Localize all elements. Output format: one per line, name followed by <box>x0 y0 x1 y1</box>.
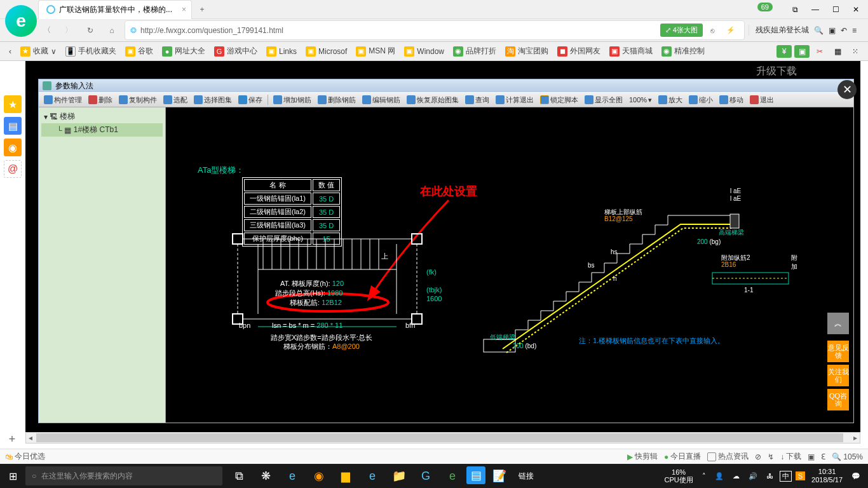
weibo-widget-icon[interactable]: ◉ <box>4 139 22 156</box>
window-minimize-icon[interactable]: — <box>806 2 825 17</box>
task-link[interactable]: 链接 <box>513 464 539 488</box>
window-restore-icon[interactable]: ⧉ <box>785 2 804 17</box>
multi-window-icon[interactable]: ▣ <box>829 26 836 35</box>
status-app-icon[interactable]: ▣ <box>808 452 815 461</box>
tray-onedrive-icon[interactable]: ☁ <box>730 472 742 480</box>
tb-zoom-in[interactable]: 放大 <box>656 94 685 106</box>
bookmark-item[interactable]: ▣MSN 网 <box>352 44 399 58</box>
back-to-top-button[interactable]: ︽ <box>827 313 849 334</box>
enlarge-button[interactable]: ⤢ 4张大图 <box>660 24 703 37</box>
tree-child[interactable]: └ ▦ 1#楼梯 CTb1 <box>41 123 163 137</box>
tb-component-mgr[interactable]: 构件管理 <box>41 94 85 106</box>
app-fan-icon[interactable]: ❋ <box>253 464 278 488</box>
tb-save[interactable]: 保存 <box>236 94 265 106</box>
tb-del-rebar[interactable]: 删除钢筋 <box>315 94 358 106</box>
app-explorer-icon[interactable]: ▆ <box>333 464 358 488</box>
app-edge-icon[interactable]: e <box>280 464 305 488</box>
tb-add-rebar[interactable]: 增加钢筋 <box>271 94 314 106</box>
bookmark-item[interactable]: 📱手机收藏夹 <box>62 44 120 58</box>
tb-query[interactable]: 查询 <box>463 94 492 106</box>
tray-notification-icon[interactable]: 💬 <box>849 472 863 480</box>
ext-shield-icon[interactable]: ¥ <box>776 45 792 58</box>
status-download[interactable]: ↓ 下载 <box>780 451 801 462</box>
new-tab-bottom-button[interactable]: + <box>5 432 19 446</box>
bookmark-item[interactable]: ◼外国网友 <box>553 44 604 58</box>
bookmark-item[interactable]: ◉品牌打折 <box>449 44 500 58</box>
status-live[interactable]: ●今日直播 <box>664 451 701 462</box>
tb-zoom-pct[interactable]: 100% ▾ <box>627 95 654 105</box>
browser-tab[interactable]: 广联达钢筋算量软件中，楼梯的... × <box>38 0 192 19</box>
side-title[interactable]: 残疾姐弟登长城 🔍 ▣ ↶ ≡ <box>749 25 863 36</box>
ext-apps-icon[interactable]: ⁙ <box>848 45 863 58</box>
menu-icon[interactable]: ≡ <box>852 26 857 35</box>
app-blue-icon[interactable]: ▤ <box>466 466 485 484</box>
bookmark-item[interactable]: ◉精准控制 <box>658 44 709 58</box>
bookmark-fav[interactable]: ★收藏 ∨ <box>17 44 60 58</box>
home-button[interactable]: ⌂ <box>103 22 121 39</box>
app-ie-icon[interactable]: e <box>360 464 385 488</box>
bookmark-item[interactable]: ▣谷歌 <box>121 44 157 58</box>
ext-calendar-icon[interactable]: ▦ <box>830 45 845 58</box>
status-sync-icon[interactable]: ↯ <box>768 452 774 461</box>
bookmark-item[interactable]: 淘淘宝团购 <box>501 44 552 58</box>
window-close-icon[interactable]: ✕ <box>846 2 865 17</box>
app-firefox-icon[interactable]: ◉ <box>306 464 332 488</box>
reload-button[interactable]: ↻ <box>81 22 99 39</box>
undo-icon[interactable]: ↶ <box>841 26 847 35</box>
tree-root[interactable]: ▾ 🏗 楼梯 <box>41 110 163 123</box>
tb-edit-rebar[interactable]: 编辑钢筋 <box>360 94 403 106</box>
app-folder-icon[interactable]: 📁 <box>386 464 412 488</box>
cpu-meter[interactable]: 16%CPU使用 <box>661 468 695 484</box>
at-widget-icon[interactable]: @ <box>4 160 22 178</box>
app-e360-icon[interactable]: e <box>440 464 465 488</box>
tb-exit[interactable]: 退出 <box>747 94 776 106</box>
status-quickcut[interactable]: ▶快剪辑 <box>627 451 658 462</box>
taskbar-search[interactable]: ○ 在这里输入你要搜索的内容 <box>25 466 222 485</box>
bookmark-item[interactable]: ▣Links <box>262 44 301 58</box>
qq-button[interactable]: QQ咨询 <box>827 389 849 410</box>
tray-user-icon[interactable]: 👤 <box>712 472 726 480</box>
tb-lock-script[interactable]: 锁定脚本 <box>538 94 581 106</box>
tray-ime-mode[interactable]: 中 <box>780 471 792 482</box>
ext-green-icon[interactable]: ▣ <box>794 45 810 58</box>
bolt-icon[interactable]: ⚡ <box>722 24 739 36</box>
follow-button[interactable]: 关注我们 <box>827 365 849 386</box>
window-maximize-icon[interactable]: ☐ <box>826 2 845 17</box>
drawing-canvas[interactable]: ATa型楼梯： 名 称数 值 一级钢筋锚固(la1)35 D 二级钢筋锚固(la… <box>166 107 853 423</box>
status-proxy-icon[interactable]: ℇ <box>821 452 825 461</box>
tb-zoom-out[interactable]: 缩小 <box>686 94 715 106</box>
tray-network-icon[interactable]: 🖧 <box>764 472 776 480</box>
bookmark-chevron[interactable]: ‹ <box>5 45 15 58</box>
app-note-icon[interactable]: 📝 <box>487 464 512 488</box>
url-field[interactable]: ❂ http://e.fwxgx.com/question_1799141.ht… <box>125 20 745 40</box>
tb-restore-atlas[interactable]: 恢复原始图集 <box>404 94 461 106</box>
bookmark-item[interactable]: ▣Microsof <box>302 44 351 58</box>
tray-sogou-icon[interactable]: S <box>796 471 805 480</box>
status-block-icon[interactable]: ⊘ <box>755 452 761 461</box>
back-button[interactable]: 〈 <box>38 22 56 39</box>
bookmark-item[interactable]: ▣天猫商城 <box>606 44 656 58</box>
app-g-icon[interactable]: G <box>413 464 438 488</box>
browser-logo[interactable]: e <box>5 5 37 37</box>
bookmark-item[interactable]: G游戏中心 <box>210 44 261 58</box>
close-overlay-button[interactable]: ✕ <box>837 80 857 99</box>
tb-copy[interactable]: 复制构件 <box>116 94 159 106</box>
forward-button[interactable]: 〉 <box>60 22 78 39</box>
share-icon[interactable]: ⎋ <box>707 25 719 36</box>
doc-widget-icon[interactable]: ▤ <box>4 117 22 135</box>
tb-select-atlas[interactable]: 选择图集 <box>191 94 234 106</box>
start-button[interactable]: ⊞ <box>0 464 25 488</box>
new-tab-button[interactable]: + <box>194 2 210 17</box>
status-today[interactable]: 🛍今日优选 <box>5 451 45 462</box>
tb-show-all[interactable]: 显示全图 <box>582 94 625 106</box>
star-widget-icon[interactable]: ★ <box>4 95 22 113</box>
task-view-icon[interactable]: ⧉ <box>226 464 252 488</box>
tb-move[interactable]: 移动 <box>717 94 746 106</box>
tb-select[interactable]: 选配 <box>161 94 190 106</box>
horizontal-scrollbar[interactable]: ◂ ▸ <box>25 432 860 444</box>
search-icon[interactable]: 🔍 <box>814 26 824 35</box>
status-hotnews[interactable]: 热点资讯 <box>707 451 749 462</box>
ext-scissors-icon[interactable]: ✂ <box>812 45 827 58</box>
tb-delete[interactable]: 删除 <box>86 94 115 106</box>
bookmark-item[interactable]: ●网址大全 <box>158 44 209 58</box>
